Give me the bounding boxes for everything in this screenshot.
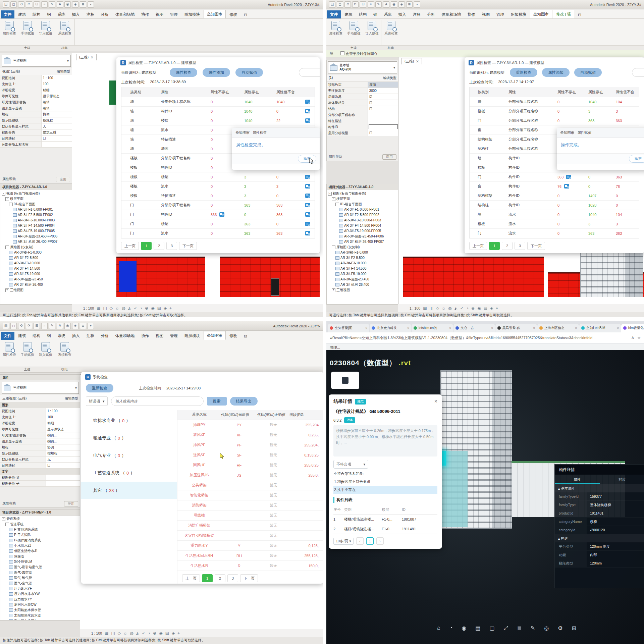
tab-close-icon[interactable]: × <box>365 326 367 330</box>
table-row[interactable]: 结构框架 构件ID 0 1497 0 <box>470 191 639 201</box>
table-row[interactable]: 楼板 特征描述 0 3 0 <box>121 191 315 201</box>
view-tab[interactable]: (三维) ✕ <box>76 54 97 60</box>
ribbon-tab[interactable]: 垒知图审 <box>204 331 226 340</box>
list-icon[interactable]: ≣ <box>517 625 521 631</box>
browser-tab[interactable]: 北京宏力科技 × <box>370 324 411 332</box>
property-value[interactable]: 显示原状态 <box>46 426 80 432</box>
tree-item[interactable]: AR-3#-机房-26.400-FP007 <box>0 239 72 245</box>
property-value[interactable]: 精细 <box>46 420 80 426</box>
table-row[interactable]: 回风HF HF 暂无 255,0,25 <box>177 460 323 470</box>
property-value[interactable]: ☐ <box>368 100 398 106</box>
property-row[interactable]: 分部分项工程名称 <box>0 142 72 148</box>
ribbon-tab[interactable]: 文件 <box>327 10 341 18</box>
tree-item[interactable]: 太阳能热水回水管 <box>0 613 80 618</box>
search-button[interactable]: 搜索 <box>207 397 227 406</box>
qat-icon[interactable]: A <box>57 1 63 8</box>
ribbon-tab[interactable]: 钢 <box>44 332 54 340</box>
tree-item[interactable]: AR-3#-F5-19.000 <box>327 271 398 277</box>
view-control-icon[interactable]: ◭ <box>454 306 458 311</box>
qat-icon[interactable]: ◈ <box>398 1 405 8</box>
system-check-button[interactable]: 系统检查 <box>56 341 73 357</box>
type-selector[interactable]: 三维视图 ▾ <box>2 55 71 67</box>
property-row[interactable]: 启用分析模型 ☐ <box>327 130 398 136</box>
ribbon-tab[interactable]: 附加模块 <box>181 332 203 340</box>
table-row[interactable]: 门 流水 0 363 363 <box>470 229 639 238</box>
qat-icon[interactable]: ≣ <box>80 1 86 8</box>
property-value[interactable]: 精细 <box>42 87 72 93</box>
property-row[interactable]: 视图分类-子 <box>0 481 80 487</box>
property-value[interactable]: ☐ <box>46 463 80 468</box>
qat-icon[interactable]: ▾ <box>88 323 94 329</box>
tree-item[interactable]: + 三维视图 <box>0 287 72 293</box>
markup-icon[interactable]: ✎ <box>531 625 535 631</box>
table-row[interactable]: 送风SF SF 暂无 0,153,25 <box>177 450 323 460</box>
ribbon-tab[interactable]: 钢 <box>44 10 54 18</box>
error-filter-select[interactable]: 错误项 ▾ <box>86 396 108 406</box>
tree-item[interactable]: 中水供水ZJ <box>0 543 80 548</box>
dialog-search-pill[interactable] <box>632 68 644 77</box>
tree-item[interactable]: AR-3#-F3-10.000-FP003 <box>0 218 72 223</box>
table-row[interactable]: 结构柱 构件ID 0 1028 0 <box>470 201 639 210</box>
property-row[interactable]: 视图比例 1 : 100 <box>0 408 80 414</box>
ribbon-tab[interactable]: 建筑 <box>341 10 355 18</box>
page-button[interactable]: 上一页 <box>182 574 200 582</box>
detail-icon[interactable] <box>305 212 310 217</box>
manual-assign-button[interactable]: 手动赋值 <box>345 20 363 36</box>
dialog-action-button[interactable]: 属性添加 <box>203 68 230 77</box>
apply-button[interactable]: 应用 <box>56 177 70 182</box>
qat-icon[interactable]: ▾ <box>414 1 420 8</box>
property-row[interactable]: 视图比例 1 : 100 <box>0 75 72 81</box>
dialog-action-button[interactable]: 自动赋值 <box>235 68 263 77</box>
page-button[interactable]: 1 <box>202 574 213 582</box>
export-button[interactable]: 结果导出 <box>230 397 258 406</box>
ribbon-tab[interactable]: 体量和场地 <box>112 10 138 18</box>
qat-icon[interactable]: ⌗ <box>41 1 48 8</box>
property-value[interactable] <box>368 118 398 124</box>
close-icon[interactable]: ✕ <box>416 59 419 63</box>
qat-icon[interactable]: ◻ <box>10 323 17 329</box>
translate-icon[interactable]: A <box>632 336 634 340</box>
browser-tab[interactable]: 垒知算量|图 × <box>328 324 369 332</box>
ribbon-tab[interactable]: 系统 <box>55 332 68 340</box>
type-selector[interactable]: 基本墙 AQ-200 ▾ <box>328 61 397 73</box>
category-item[interactable]: 其它 （33） <box>81 482 177 499</box>
tree-item[interactable]: - 视图 (标高与视图分类) <box>327 191 398 196</box>
view-control-icon[interactable]: ◈ <box>164 306 167 311</box>
tree-item[interactable]: 厨房污水管CW <box>0 602 80 607</box>
table-row[interactable]: 生活热水回水RH RH 暂无 255,128, <box>177 551 323 561</box>
ribbon-tab[interactable]: 文件 <box>1 332 14 340</box>
property-value[interactable]: 编辑... <box>42 105 72 111</box>
type-selector[interactable]: 三维视图 ▾ <box>2 382 79 394</box>
view-control-icon[interactable]: ◫ <box>111 631 115 636</box>
property-row[interactable]: 图形显示选项 编辑... <box>0 438 80 444</box>
table-row[interactable]: 门 构件ID 363 0 363 <box>470 172 639 182</box>
tree-item[interactable]: P-其他消防系统 <box>0 527 80 532</box>
detail-icon[interactable] <box>305 203 310 207</box>
view-control-icon[interactable]: ◇ <box>436 306 439 311</box>
table-row[interactable]: 门 构件ID 363 0 363 <box>121 210 315 219</box>
property-value[interactable]: 编辑... <box>42 99 72 105</box>
property-value[interactable] <box>46 475 80 480</box>
property-value[interactable]: ☐ <box>368 106 398 112</box>
tree-item[interactable]: - 视图 (标高与视图分类) <box>0 191 72 196</box>
table-row[interactable]: 楼板 流水 0 3 3 <box>470 219 639 229</box>
table-row[interactable]: 火灾自动报警桥架 暂无 -- <box>177 531 323 541</box>
tree-expander-icon[interactable]: - <box>5 523 9 526</box>
property-value[interactable]: 100 <box>46 414 80 420</box>
qat-icon[interactable]: ◈ <box>72 323 78 329</box>
view-control-icon[interactable]: ⊕ <box>153 631 156 636</box>
tree-item[interactable]: AR-3#-屋面-23.450-FP006 <box>0 234 72 239</box>
qat-icon[interactable]: A <box>57 323 63 329</box>
table-row[interactable]: 墙 分部分项工程名称 0 1040 104 <box>470 97 639 107</box>
property-row[interactable]: 视图分类 建筑三维 <box>0 129 72 136</box>
ribbon-tab[interactable]: ⊡ <box>241 332 250 340</box>
fail-item[interactable]: 2.扶手不存在 <box>333 486 437 494</box>
ribbon-tab[interactable]: 插入 <box>69 10 83 18</box>
apply-button[interactable]: 应用 <box>64 501 78 506</box>
view-control-icon[interactable]: ▤ <box>484 306 487 311</box>
tree-item[interactable]: AR-3#-F4-14.500-FP004 <box>327 223 398 228</box>
tree-item[interactable]: AR-3#-F4-14.500-FP004 <box>0 223 72 228</box>
category-item[interactable]: 工艺管道系统 （0） <box>81 464 177 482</box>
table-row[interactable]: 消防广播桥架 暂无 -- <box>177 521 323 531</box>
page-button[interactable]: 下一页 <box>179 242 197 250</box>
